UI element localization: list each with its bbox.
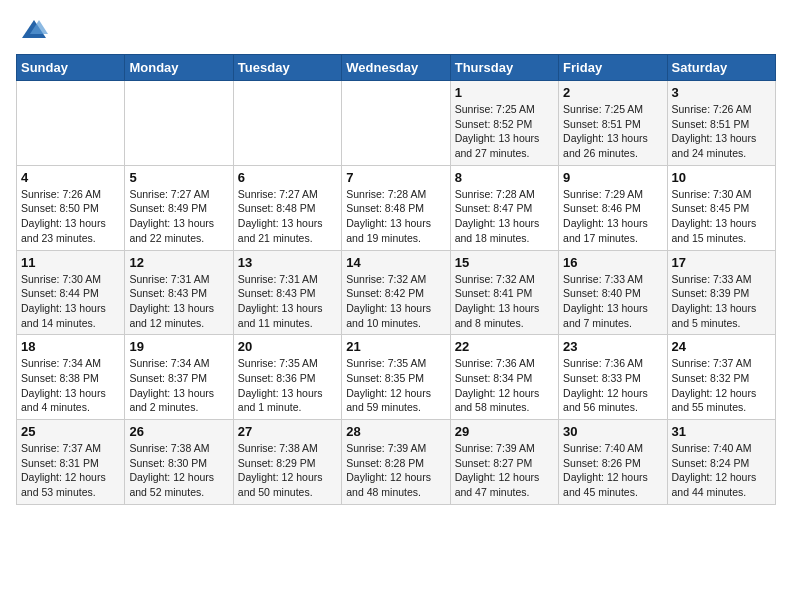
- day-info: Sunrise: 7:30 AM Sunset: 8:44 PM Dayligh…: [21, 272, 120, 331]
- calendar-table: SundayMondayTuesdayWednesdayThursdayFrid…: [16, 54, 776, 505]
- day-info: Sunrise: 7:26 AM Sunset: 8:51 PM Dayligh…: [672, 102, 771, 161]
- day-number: 31: [672, 424, 771, 439]
- day-number: 21: [346, 339, 445, 354]
- day-info: Sunrise: 7:29 AM Sunset: 8:46 PM Dayligh…: [563, 187, 662, 246]
- calendar-cell: 4Sunrise: 7:26 AM Sunset: 8:50 PM Daylig…: [17, 165, 125, 250]
- weekday-header-cell: Monday: [125, 55, 233, 81]
- page-header: [16, 16, 776, 44]
- day-number: 14: [346, 255, 445, 270]
- day-info: Sunrise: 7:30 AM Sunset: 8:45 PM Dayligh…: [672, 187, 771, 246]
- day-number: 28: [346, 424, 445, 439]
- calendar-cell: 27Sunrise: 7:38 AM Sunset: 8:29 PM Dayli…: [233, 420, 341, 505]
- day-number: 2: [563, 85, 662, 100]
- day-info: Sunrise: 7:38 AM Sunset: 8:30 PM Dayligh…: [129, 441, 228, 500]
- calendar-week-row: 1Sunrise: 7:25 AM Sunset: 8:52 PM Daylig…: [17, 81, 776, 166]
- calendar-cell: [233, 81, 341, 166]
- calendar-cell: 17Sunrise: 7:33 AM Sunset: 8:39 PM Dayli…: [667, 250, 775, 335]
- weekday-header-cell: Sunday: [17, 55, 125, 81]
- day-info: Sunrise: 7:40 AM Sunset: 8:26 PM Dayligh…: [563, 441, 662, 500]
- day-number: 6: [238, 170, 337, 185]
- day-number: 3: [672, 85, 771, 100]
- calendar-week-row: 25Sunrise: 7:37 AM Sunset: 8:31 PM Dayli…: [17, 420, 776, 505]
- day-info: Sunrise: 7:36 AM Sunset: 8:34 PM Dayligh…: [455, 356, 554, 415]
- calendar-cell: 5Sunrise: 7:27 AM Sunset: 8:49 PM Daylig…: [125, 165, 233, 250]
- calendar-cell: 6Sunrise: 7:27 AM Sunset: 8:48 PM Daylig…: [233, 165, 341, 250]
- day-info: Sunrise: 7:31 AM Sunset: 8:43 PM Dayligh…: [238, 272, 337, 331]
- day-number: 19: [129, 339, 228, 354]
- day-number: 30: [563, 424, 662, 439]
- day-info: Sunrise: 7:27 AM Sunset: 8:49 PM Dayligh…: [129, 187, 228, 246]
- logo-icon: [20, 16, 48, 44]
- day-number: 17: [672, 255, 771, 270]
- day-info: Sunrise: 7:32 AM Sunset: 8:42 PM Dayligh…: [346, 272, 445, 331]
- day-number: 12: [129, 255, 228, 270]
- calendar-cell: 1Sunrise: 7:25 AM Sunset: 8:52 PM Daylig…: [450, 81, 558, 166]
- calendar-cell: 12Sunrise: 7:31 AM Sunset: 8:43 PM Dayli…: [125, 250, 233, 335]
- day-info: Sunrise: 7:32 AM Sunset: 8:41 PM Dayligh…: [455, 272, 554, 331]
- day-number: 4: [21, 170, 120, 185]
- day-info: Sunrise: 7:37 AM Sunset: 8:31 PM Dayligh…: [21, 441, 120, 500]
- calendar-cell: 31Sunrise: 7:40 AM Sunset: 8:24 PM Dayli…: [667, 420, 775, 505]
- day-info: Sunrise: 7:33 AM Sunset: 8:39 PM Dayligh…: [672, 272, 771, 331]
- calendar-cell: 15Sunrise: 7:32 AM Sunset: 8:41 PM Dayli…: [450, 250, 558, 335]
- weekday-header-cell: Wednesday: [342, 55, 450, 81]
- day-number: 20: [238, 339, 337, 354]
- day-number: 11: [21, 255, 120, 270]
- day-info: Sunrise: 7:40 AM Sunset: 8:24 PM Dayligh…: [672, 441, 771, 500]
- calendar-cell: 7Sunrise: 7:28 AM Sunset: 8:48 PM Daylig…: [342, 165, 450, 250]
- calendar-body: 1Sunrise: 7:25 AM Sunset: 8:52 PM Daylig…: [17, 81, 776, 505]
- calendar-cell: 3Sunrise: 7:26 AM Sunset: 8:51 PM Daylig…: [667, 81, 775, 166]
- calendar-cell: 13Sunrise: 7:31 AM Sunset: 8:43 PM Dayli…: [233, 250, 341, 335]
- calendar-cell: 2Sunrise: 7:25 AM Sunset: 8:51 PM Daylig…: [559, 81, 667, 166]
- day-info: Sunrise: 7:34 AM Sunset: 8:38 PM Dayligh…: [21, 356, 120, 415]
- day-number: 25: [21, 424, 120, 439]
- calendar-cell: 14Sunrise: 7:32 AM Sunset: 8:42 PM Dayli…: [342, 250, 450, 335]
- day-number: 1: [455, 85, 554, 100]
- day-number: 10: [672, 170, 771, 185]
- calendar-cell: 16Sunrise: 7:33 AM Sunset: 8:40 PM Dayli…: [559, 250, 667, 335]
- day-info: Sunrise: 7:37 AM Sunset: 8:32 PM Dayligh…: [672, 356, 771, 415]
- day-number: 26: [129, 424, 228, 439]
- calendar-week-row: 4Sunrise: 7:26 AM Sunset: 8:50 PM Daylig…: [17, 165, 776, 250]
- day-number: 23: [563, 339, 662, 354]
- day-info: Sunrise: 7:25 AM Sunset: 8:52 PM Dayligh…: [455, 102, 554, 161]
- day-number: 7: [346, 170, 445, 185]
- calendar-cell: 19Sunrise: 7:34 AM Sunset: 8:37 PM Dayli…: [125, 335, 233, 420]
- calendar-cell: 30Sunrise: 7:40 AM Sunset: 8:26 PM Dayli…: [559, 420, 667, 505]
- calendar-cell: [125, 81, 233, 166]
- calendar-cell: [17, 81, 125, 166]
- calendar-cell: 25Sunrise: 7:37 AM Sunset: 8:31 PM Dayli…: [17, 420, 125, 505]
- day-number: 13: [238, 255, 337, 270]
- day-info: Sunrise: 7:33 AM Sunset: 8:40 PM Dayligh…: [563, 272, 662, 331]
- day-info: Sunrise: 7:25 AM Sunset: 8:51 PM Dayligh…: [563, 102, 662, 161]
- calendar-cell: 21Sunrise: 7:35 AM Sunset: 8:35 PM Dayli…: [342, 335, 450, 420]
- calendar-cell: 11Sunrise: 7:30 AM Sunset: 8:44 PM Dayli…: [17, 250, 125, 335]
- calendar-cell: 26Sunrise: 7:38 AM Sunset: 8:30 PM Dayli…: [125, 420, 233, 505]
- day-info: Sunrise: 7:38 AM Sunset: 8:29 PM Dayligh…: [238, 441, 337, 500]
- day-number: 18: [21, 339, 120, 354]
- day-info: Sunrise: 7:34 AM Sunset: 8:37 PM Dayligh…: [129, 356, 228, 415]
- weekday-header-cell: Tuesday: [233, 55, 341, 81]
- day-info: Sunrise: 7:31 AM Sunset: 8:43 PM Dayligh…: [129, 272, 228, 331]
- day-info: Sunrise: 7:39 AM Sunset: 8:27 PM Dayligh…: [455, 441, 554, 500]
- calendar-cell: [342, 81, 450, 166]
- day-number: 29: [455, 424, 554, 439]
- day-info: Sunrise: 7:39 AM Sunset: 8:28 PM Dayligh…: [346, 441, 445, 500]
- calendar-cell: 29Sunrise: 7:39 AM Sunset: 8:27 PM Dayli…: [450, 420, 558, 505]
- day-number: 5: [129, 170, 228, 185]
- weekday-header-cell: Thursday: [450, 55, 558, 81]
- calendar-week-row: 11Sunrise: 7:30 AM Sunset: 8:44 PM Dayli…: [17, 250, 776, 335]
- day-number: 16: [563, 255, 662, 270]
- day-info: Sunrise: 7:27 AM Sunset: 8:48 PM Dayligh…: [238, 187, 337, 246]
- weekday-header-cell: Friday: [559, 55, 667, 81]
- day-number: 27: [238, 424, 337, 439]
- calendar-cell: 22Sunrise: 7:36 AM Sunset: 8:34 PM Dayli…: [450, 335, 558, 420]
- day-info: Sunrise: 7:28 AM Sunset: 8:48 PM Dayligh…: [346, 187, 445, 246]
- calendar-week-row: 18Sunrise: 7:34 AM Sunset: 8:38 PM Dayli…: [17, 335, 776, 420]
- calendar-cell: 8Sunrise: 7:28 AM Sunset: 8:47 PM Daylig…: [450, 165, 558, 250]
- calendar-cell: 18Sunrise: 7:34 AM Sunset: 8:38 PM Dayli…: [17, 335, 125, 420]
- day-info: Sunrise: 7:28 AM Sunset: 8:47 PM Dayligh…: [455, 187, 554, 246]
- calendar-cell: 10Sunrise: 7:30 AM Sunset: 8:45 PM Dayli…: [667, 165, 775, 250]
- logo: [16, 16, 48, 44]
- day-info: Sunrise: 7:26 AM Sunset: 8:50 PM Dayligh…: [21, 187, 120, 246]
